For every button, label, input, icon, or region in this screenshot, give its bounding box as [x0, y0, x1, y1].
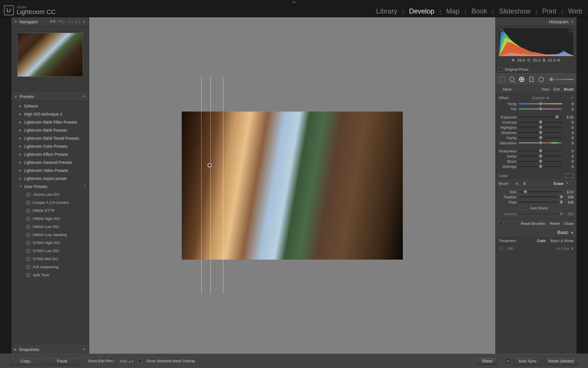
preset-folder[interactable]: ▶Lightroom import preset	[11, 175, 89, 183]
slider-clarity[interactable]: Clarity0	[499, 135, 574, 140]
slider-flow[interactable]: Flow100	[499, 200, 574, 205]
slider-sharpness[interactable]: Sharpness0	[499, 148, 574, 154]
slider-size[interactable]: Size12.0	[499, 189, 574, 194]
color-picker-row[interactable]: Color	[496, 171, 577, 180]
reset-adobe-button[interactable]: Reset (Adobe)	[544, 356, 578, 366]
module-web[interactable]: Web	[568, 7, 582, 15]
canvas[interactable]	[89, 17, 496, 354]
paste-button[interactable]: Paste	[45, 356, 79, 366]
wb-value[interactable]: As Shot	[556, 246, 570, 251]
module-library[interactable]: Library	[376, 7, 397, 15]
preset-folder[interactable]: ▶Lightroom Video Presets	[11, 166, 89, 175]
treatment-bw[interactable]: Black & White	[550, 239, 574, 243]
mask-edit[interactable]: Edit	[554, 87, 560, 91]
mask-overlay-label[interactable]: Show Selected Mask Overlay	[146, 359, 195, 363]
shadow-clip-icon[interactable]	[500, 29, 503, 32]
spot-tool-icon[interactable]	[508, 76, 515, 83]
navigator-header[interactable]: ▼ Navigator FIT FILL 1:1 2:1 ▲▼	[11, 17, 89, 26]
effect-row[interactable]: Effect : Custom▲▼ ▼	[499, 95, 574, 101]
panel-switch-icon[interactable]	[499, 222, 503, 226]
slider-shadows[interactable]: Shadows0	[499, 130, 574, 135]
module-slideshow[interactable]: Slideshow	[499, 7, 530, 15]
preset-folder[interactable]: ▶Lightroom B&W Presets	[11, 126, 89, 134]
module-book[interactable]: Book	[471, 7, 487, 15]
brush-pin[interactable]	[208, 163, 212, 167]
checkbox-icon[interactable]	[138, 359, 142, 363]
slider-feather[interactable]: Feather100	[499, 194, 574, 200]
zoom-1-1[interactable]: 1:1	[68, 20, 73, 23]
preset-item[interactable]: D7000 Low ISO	[11, 247, 89, 255]
slider-moire[interactable]: Moiré0	[499, 159, 574, 164]
preset-item[interactable]: D800e Low ISO	[11, 223, 89, 231]
histogram[interactable]	[499, 28, 574, 56]
zoom-2-1[interactable]: 2:1	[76, 20, 81, 23]
mask-new[interactable]: New	[542, 87, 550, 91]
preset-folder[interactable]: ▶Dehaze	[11, 102, 89, 110]
zoom-fill[interactable]: FILL	[58, 20, 65, 23]
navigator-thumbnail[interactable]	[17, 33, 83, 77]
preset-item[interactable]: D7000 High ISO	[11, 239, 89, 247]
preset-folder[interactable]: ▶Lightroom B&W Filter Presets	[11, 118, 89, 126]
preset-item[interactable]: D800e ETTR	[11, 207, 89, 215]
done-button[interactable]: Done	[478, 357, 497, 365]
preset-item[interactable]: -Drone Low ISO	[11, 191, 89, 199]
redeye-tool-icon[interactable]	[518, 76, 525, 83]
preset-item[interactable]: D800e High ISO	[11, 215, 89, 223]
slider-highlights[interactable]: Highlights0	[499, 125, 574, 130]
module-map[interactable]: Map	[446, 7, 460, 15]
slider-defringe[interactable]: Defringe0	[499, 164, 574, 169]
graduated-tool-icon[interactable]	[528, 76, 535, 83]
brush-tool-icon[interactable]	[549, 79, 574, 80]
module-print[interactable]: Print	[542, 7, 556, 15]
crop-tool-icon[interactable]	[499, 76, 506, 83]
module-develop[interactable]: Develop	[409, 7, 434, 15]
preset-item[interactable]: D7000 Mid ISO	[11, 255, 89, 263]
zoom-fit[interactable]: FIT	[50, 20, 56, 23]
preset-folder[interactable]: ▶Lightroom General Presets	[11, 158, 89, 166]
reset-brushes-button[interactable]: Reset Brushes	[521, 221, 545, 226]
preset-item[interactable]: f/16 sharpening	[11, 263, 89, 271]
preset-folder[interactable]: ▶High ISO technique 2	[11, 110, 89, 118]
slider-noise[interactable]: Noise0	[499, 154, 574, 159]
color-swatch-icon[interactable]	[566, 173, 574, 178]
highlight-clip-icon[interactable]	[569, 29, 572, 32]
collapse-right-icon[interactable]	[499, 183, 501, 188]
basic-header[interactable]: Basic ▼	[496, 228, 577, 237]
close-button[interactable]: Close	[564, 221, 574, 226]
sync-switch-icon[interactable]	[505, 358, 511, 364]
preset-folder[interactable]: ▶Lightroom B&W Toned Presets	[11, 134, 89, 142]
treatment-color[interactable]: Color	[537, 239, 546, 243]
slider-contrast[interactable]: Contrast0	[499, 120, 574, 125]
preset-item[interactable]: Coolpix A 2.8 Corners	[11, 199, 89, 207]
eyedropper-icon[interactable]	[499, 246, 504, 251]
nav-zoom-ratios[interactable]: FIT FILL 1:1 2:1 ▲▼	[50, 20, 86, 23]
automask-checkbox[interactable]: Auto Mask	[499, 205, 574, 211]
slider-saturation[interactable]: Saturation0	[499, 140, 574, 145]
mask-brush[interactable]: Brush	[564, 87, 574, 91]
zoom-stepper-icon[interactable]: ▲▼	[83, 20, 86, 23]
slider-tint[interactable]: Tint0	[499, 106, 574, 112]
brush-b[interactable]: B	[523, 181, 526, 186]
edit-pins-dropdown[interactable]: Auto ▲▼	[120, 359, 134, 363]
preset-folder-user[interactable]: ▼User Presets	[11, 183, 89, 191]
presets-header[interactable]: ▼ Presets +	[11, 92, 89, 101]
radial-tool-icon[interactable]	[538, 76, 545, 83]
photo[interactable]	[182, 112, 403, 260]
preset-item[interactable]: Split Tone	[11, 271, 89, 279]
disclosure-icon[interactable]: ▼	[566, 181, 568, 186]
snapshots-header[interactable]: ▶ Snapshots +	[11, 345, 89, 354]
preset-folder[interactable]: ▶Lightroom Effect Presets	[11, 150, 89, 158]
effect-value[interactable]: Custom	[532, 96, 545, 100]
reset-button[interactable]: Reset	[550, 221, 560, 226]
copy-button[interactable]: Copy...	[10, 356, 44, 366]
preset-folder[interactable]: ▶Lightroom Color Presets	[11, 142, 89, 150]
slider-exposure[interactable]: Exposure3.31	[499, 114, 574, 120]
add-snapshot-icon[interactable]: +	[83, 346, 86, 352]
histogram-header[interactable]: Histogram ▼	[496, 17, 577, 26]
slider-temp[interactable]: Temp0	[499, 101, 574, 106]
original-photo-checkbox[interactable]: Original Photo	[496, 65, 577, 73]
add-preset-icon[interactable]: +	[83, 93, 86, 99]
brush-a[interactable]: A	[516, 181, 518, 186]
autosync-button[interactable]: Auto Sync	[513, 356, 542, 366]
brush-erase[interactable]: Erase	[554, 181, 563, 186]
